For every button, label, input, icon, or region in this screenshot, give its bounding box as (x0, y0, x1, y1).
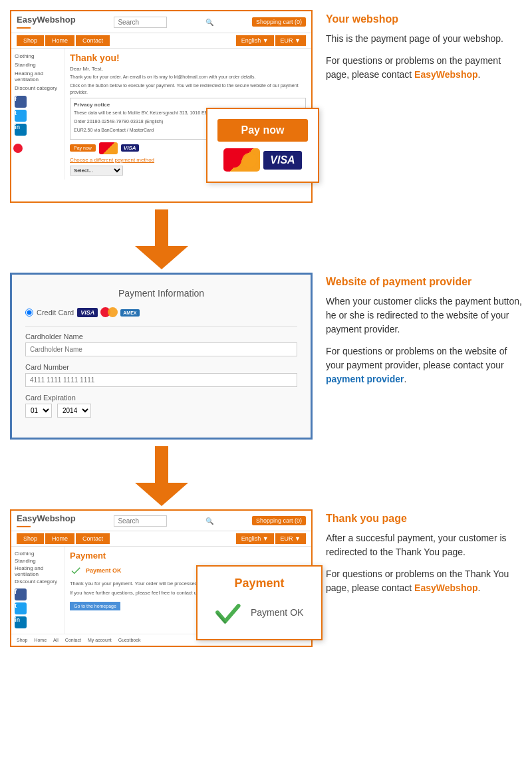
ty-nav-home[interactable]: Home (45, 533, 74, 544)
pp-expiry-label: Card Expiration (25, 394, 297, 402)
section3-title: Thank you page (326, 513, 522, 525)
sidebar-heating[interactable]: Heating and ventilation (15, 69, 61, 84)
ty-navbar: Shop Home Contact English ▼ EUR ▼ (11, 531, 311, 547)
pp-cardholder-row: Cardholder Name (25, 332, 297, 356)
ws-thank-you-heading: Thank you! (70, 53, 306, 63)
ws-payment-select[interactable]: Select... (70, 166, 123, 176)
pp-visa-icon: VISA (77, 308, 98, 317)
section2-title: Website of payment provider (326, 276, 522, 288)
ws-pay-now-small: Pay now (70, 144, 96, 152)
ty-payment-title: Payment (70, 551, 306, 561)
pp-expiry-selects: 01 2014 (25, 404, 297, 418)
ty-linkedin-icon[interactable]: in (15, 616, 27, 628)
facebook-icon[interactable]: f (15, 96, 27, 108)
ty-sidebar: Clothing Standing Heating and ventilatio… (11, 547, 65, 634)
section2-text1: When your customer clicks the payment bu… (326, 295, 522, 336)
ty-footer-home[interactable]: Home (34, 638, 47, 642)
pp-credit-radio[interactable] (25, 309, 33, 317)
ws-cart-btn[interactable]: Shopping cart (0) (252, 17, 306, 27)
pp-card-number-label: Card Number (25, 363, 297, 371)
ty-search-input[interactable] (114, 515, 167, 527)
ty-footer-all[interactable]: All (53, 638, 59, 642)
ty-currency-btn[interactable]: EUR ▼ (275, 533, 306, 544)
pp-cardholder-label: Cardholder Name (25, 332, 297, 340)
ws-visa-icon-small: VISA (121, 144, 139, 152)
pay-now-popup: Pay now VISA (206, 108, 319, 183)
sidebar-standing[interactable]: Standing (15, 61, 61, 69)
mastercard-icon-large (223, 148, 260, 172)
ty-footer-contact[interactable]: Contact (65, 638, 81, 642)
ty-goto-btn[interactable]: Go to the homepage (70, 602, 120, 610)
ty-nav-contact[interactable]: Contact (76, 533, 110, 544)
section2-text: Website of payment provider When your cu… (326, 273, 522, 394)
twitter-icon[interactable]: t (15, 110, 27, 122)
pp-credit-row: Credit Card VISA AMEX (25, 307, 297, 319)
ty-cart-btn[interactable]: Shopping cart (0) (252, 516, 306, 525)
pp-mc-icon (100, 307, 118, 319)
section1-link[interactable]: EasyWebshop (414, 69, 477, 80)
ty-footer-myaccount[interactable]: My account (88, 638, 112, 642)
section1-text2: For questions or problems on the payment… (326, 54, 522, 82)
checkmark-large-icon (211, 596, 244, 629)
ty-facebook-icon[interactable]: f (15, 588, 27, 600)
section3-text2: For questions or problems on the Thank Y… (326, 567, 522, 595)
section1-title: Your webshop (326, 13, 522, 25)
svg-marker-3 (135, 483, 188, 506)
svg-rect-0 (155, 209, 168, 249)
pp-cardholder-input[interactable] (25, 342, 297, 356)
nav-contact-btn[interactable]: Contact (76, 35, 110, 46)
ws-topbar: EasyWebshop ▬▬▬ 🔍 Shopping cart (0) (11, 11, 311, 33)
ty-social-links: f t in (15, 588, 61, 628)
ws-sidebar: Clothing Standing Heating and ventilatio… (11, 49, 65, 180)
ws-social-links: f t in (15, 96, 61, 136)
svg-marker-1 (135, 246, 188, 269)
pay-now-cards: VISA (217, 148, 308, 172)
payment-ok-text: Payment OK (251, 607, 303, 618)
ty-footer-guestbook[interactable]: Guestbook (118, 638, 141, 642)
ty-logo: EasyWebshop ▬▬▬ (17, 513, 76, 528)
ws-desc1: Thank you for your order. An email is on… (70, 74, 306, 80)
ws-logo: EasyWebshop ▬▬▬ (17, 15, 76, 29)
section1-text1: This is the payment page of your webshop… (326, 32, 522, 46)
ty-topbar: EasyWebshop ▬▬▬ 🔍 Shopping cart (0) (11, 511, 311, 531)
ty-footer-shop[interactable]: Shop (17, 638, 27, 642)
arrow2 (10, 446, 313, 506)
ws-navbar: Shop Home Contact English ▼ EUR ▼ (11, 33, 311, 49)
ty-sidebar-clothing[interactable]: Clothing (15, 550, 61, 557)
ty-lang-btn[interactable]: English ▼ (236, 533, 274, 544)
ty-sidebar-discount[interactable]: Discount category (15, 578, 61, 585)
payment-ok-popup-title: Payment (211, 577, 308, 590)
pp-credit-label: Credit Card (37, 309, 74, 317)
ty-nav-shop[interactable]: Shop (17, 533, 44, 544)
ws-greeting: Dear Mr. Test, (70, 66, 306, 72)
payment-ok-popup: Payment Payment OK (196, 565, 323, 640)
ws-mc-icon-small (99, 142, 118, 154)
pp-year-select[interactable]: 2014 (57, 404, 91, 418)
sidebar-discount[interactable]: Discount category (15, 84, 61, 92)
ty-payment-ok-label: Payment OK (86, 567, 122, 574)
section2-link[interactable]: payment provider (326, 374, 404, 384)
pp-month-select[interactable]: 01 (25, 404, 52, 418)
pay-now-button[interactable]: Pay now (217, 119, 308, 142)
ty-sidebar-standing[interactable]: Standing (15, 557, 61, 565)
section3-text: Thank you page After a succesful payment… (326, 509, 522, 603)
pp-expiry-row: Card Expiration 01 2014 (25, 394, 297, 418)
payment-ok-content: Payment OK (211, 596, 308, 629)
svg-rect-2 (155, 446, 168, 486)
sidebar-clothing[interactable]: Clothing (15, 52, 61, 61)
section3-text1: After a succesful payment, your customer… (326, 531, 522, 559)
linkedin-icon[interactable]: in (15, 124, 27, 136)
payment-provider-screenshot: Payment Information Credit Card VISA AME… (10, 273, 313, 440)
ws-currency-btn[interactable]: EUR ▼ (275, 35, 306, 46)
ty-sidebar-heating[interactable]: Heating and ventilation (15, 565, 61, 578)
section3-link[interactable]: EasyWebshop (414, 583, 477, 593)
ws-search-input[interactable] (114, 17, 167, 28)
pp-card-icons: VISA AMEX (77, 307, 139, 319)
ty-twitter-icon[interactable]: t (15, 602, 27, 614)
section2-text2: For questions or problems on the website… (326, 344, 522, 386)
nav-shop-btn[interactable]: Shop (17, 35, 44, 46)
pp-title: Payment Information (25, 288, 297, 299)
ws-lang-btn[interactable]: English ▼ (236, 35, 274, 46)
nav-home-btn[interactable]: Home (45, 35, 74, 46)
pp-card-number-input[interactable] (25, 373, 297, 387)
